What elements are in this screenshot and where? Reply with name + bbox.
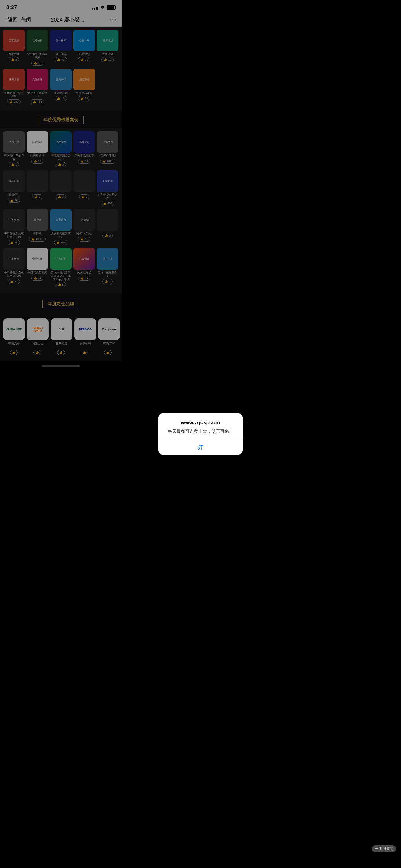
dialog-overlay[interactable]: www.zgcsj.com 每天最多可点赞十次，明天再来！ 好: [0, 0, 122, 371]
